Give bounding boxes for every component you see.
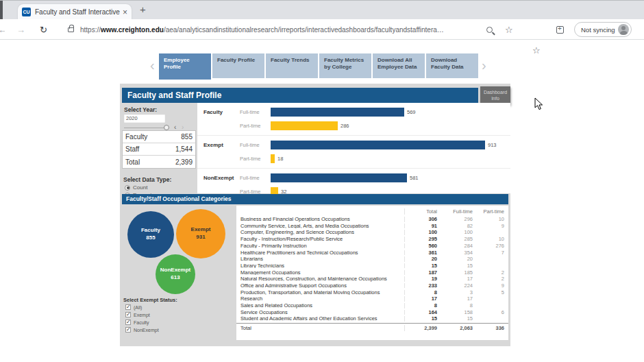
zoom-icon-wrap[interactable] <box>486 19 493 40</box>
year-input[interactable]: 2020 <box>124 114 165 123</box>
dashboard-info-button[interactable]: Dashboard Info <box>480 86 510 105</box>
summary-row: Staff1,544 <box>123 143 195 156</box>
new-tab-button[interactable]: + <box>140 3 146 15</box>
bubble-faculty[interactable]: Faculty 855 <box>127 211 174 258</box>
window-edge <box>0 1 3 20</box>
profile-sync-button[interactable]: Not syncing <box>574 22 632 37</box>
table-row[interactable]: Research1717 <box>236 295 508 302</box>
checkbox-exempt[interactable]: ✓Exempt <box>125 312 150 317</box>
dashboard-tab-strip: ‹ Employee Profile Faculty Profile Facul… <box>0 53 644 80</box>
checkbox-nonexempt[interactable]: ✓NonExempt <box>125 327 159 333</box>
bar-nonexempt-full-time[interactable] <box>271 173 407 182</box>
mouse-cursor <box>534 97 543 110</box>
table-row[interactable]: Sales and Related Occupations88 <box>236 302 508 309</box>
close-tab-icon[interactable]: × <box>123 8 127 17</box>
tab-download-faculty-data[interactable]: Download Faculty Data <box>426 53 478 78</box>
table-body: Business and Financial Operations Occupa… <box>236 216 508 322</box>
occupational-categories-header: Faculty/Staff Occupational Categories <box>122 194 508 204</box>
address-bar[interactable]: https://www.creighton.edu/aea/analyticsa… <box>80 19 468 40</box>
table-row[interactable]: Business and Financial Operations Occupa… <box>236 216 508 223</box>
occupations-table: Total Full-time Part-time Business and F… <box>236 206 508 340</box>
table-row[interactable]: Computer, Engineering, and Science Occup… <box>236 229 508 236</box>
url-scheme: https:// <box>80 26 101 34</box>
browser-tab[interactable]: CU Faculty and Staff Interactive | A… × <box>18 4 132 20</box>
tab-faculty-profile[interactable]: Faculty Profile <box>212 53 264 78</box>
bar-faculty-full-time[interactable] <box>271 108 404 117</box>
scroll-tabs-right-icon[interactable]: › <box>482 58 486 73</box>
tab-faculty-trends[interactable]: Faculty Trends <box>266 53 318 78</box>
collections-icon <box>556 26 564 34</box>
avatar <box>618 24 629 35</box>
table-row[interactable]: Library Technicians1515 <box>236 263 508 269</box>
tab-title: Faculty and Staff Interactive | A… <box>35 8 120 16</box>
select-data-type-label: Select Data Type: <box>123 176 171 183</box>
url-domain: www.creighton.edu <box>101 26 164 34</box>
checkbox-icon: ✓ <box>125 319 131 325</box>
table-row[interactable]: Librarians2020 <box>236 256 508 263</box>
bubble-nonexempt[interactable]: NonExempt 613 <box>156 254 195 294</box>
dashboard-tabs: Employee Profile Faculty Profile Faculty… <box>159 53 478 80</box>
table-row[interactable]: Student and Academic Affairs and Other E… <box>236 315 508 322</box>
summary-table: Faculty855 Staff1,544 Total2,399 <box>122 130 196 169</box>
bar-group-exempt: ExemptFull-time913 Part-time18 <box>197 135 510 168</box>
slider-handle[interactable] <box>164 125 169 130</box>
sync-status: Not syncing <box>581 26 618 34</box>
dashboard: Faculty and Staff Profile Dashboard Info… <box>120 84 510 346</box>
employment-bar-chart: FacultyFull-time569 Part-time286 ExemptF… <box>197 103 510 193</box>
zoom-icon <box>486 27 493 33</box>
bar-group-faculty: FacultyFull-time569 Part-time286 <box>197 103 510 135</box>
forward-icon[interactable]: → <box>16 19 25 40</box>
bar-exempt-part-time[interactable] <box>271 154 275 163</box>
scroll-tabs-left-icon[interactable]: ‹ <box>150 58 155 73</box>
radio-count[interactable]: Count <box>125 184 147 191</box>
slider-track[interactable] <box>124 128 165 128</box>
table-row[interactable]: Service Occupations1641586 <box>236 309 508 316</box>
tab-download-all-employee-data[interactable]: Download All Employee Data <box>373 53 425 78</box>
table-header: Total Full-time Part-time <box>236 207 508 216</box>
radio-icon <box>125 185 130 191</box>
table-row[interactable]: Production, Transportation, and Material… <box>236 289 508 296</box>
refresh-icon[interactable]: ↻ <box>40 19 47 40</box>
checkbox-faculty[interactable]: ✓Faculty <box>125 319 149 325</box>
browser-tab-bar: CU Faculty and Staff Interactive | A… × … <box>0 0 644 19</box>
table-row[interactable]: Natural Resources, Construction, and Mai… <box>236 276 508 282</box>
lock-icon <box>68 27 74 32</box>
checkbox-icon: ✓ <box>125 312 131 317</box>
table-total-row: Total 2,399 2,063 336 <box>236 323 508 332</box>
table-row[interactable]: Faculty - Primarily Instruction560284276 <box>236 243 508 250</box>
tab-faculty-metrics-by-college[interactable]: Faculty Metrics by College <box>319 53 371 78</box>
checkbox-icon: ✓ <box>125 304 131 310</box>
tab-employee-profile[interactable]: Employee Profile <box>159 53 211 80</box>
summary-row: Total2,399 <box>123 156 195 168</box>
collections-icon-wrap[interactable] <box>556 19 564 40</box>
star-icon: ☆ <box>505 25 513 35</box>
summary-row: Faculty855 <box>123 131 195 143</box>
bar-faculty-part-time[interactable] <box>271 121 338 130</box>
bubble-exempt[interactable]: Exempt 931 <box>176 209 225 258</box>
checkbox-icon: ✓ <box>125 327 131 333</box>
url-path: /aea/analyticsandinstitutionalresearch/i… <box>164 26 444 34</box>
table-row[interactable]: Faculty - Instruction/Research/Public Se… <box>236 236 508 243</box>
dashboard-title: Faculty and Staff Profile <box>122 88 478 103</box>
table-row[interactable]: Healthcare Practitioners and Technical O… <box>236 249 508 256</box>
table-row[interactable]: Office and Administrative Support Occupa… <box>236 282 508 289</box>
checkbox-all[interactable]: ✓(All) <box>125 304 142 310</box>
lock-icon-wrap[interactable] <box>68 19 74 40</box>
table-row[interactable]: Management Occupations1871852 <box>236 269 508 276</box>
table-row[interactable]: Community Service, Legal, Arts, and Medi… <box>236 223 508 230</box>
select-year-label: Select Year: <box>124 106 157 113</box>
back-icon[interactable]: ← <box>0 19 5 40</box>
site-favicon: CU <box>22 8 31 16</box>
select-exempt-status-label: Select Exempt Status: <box>123 297 177 303</box>
bar-exempt-full-time[interactable] <box>271 141 485 149</box>
